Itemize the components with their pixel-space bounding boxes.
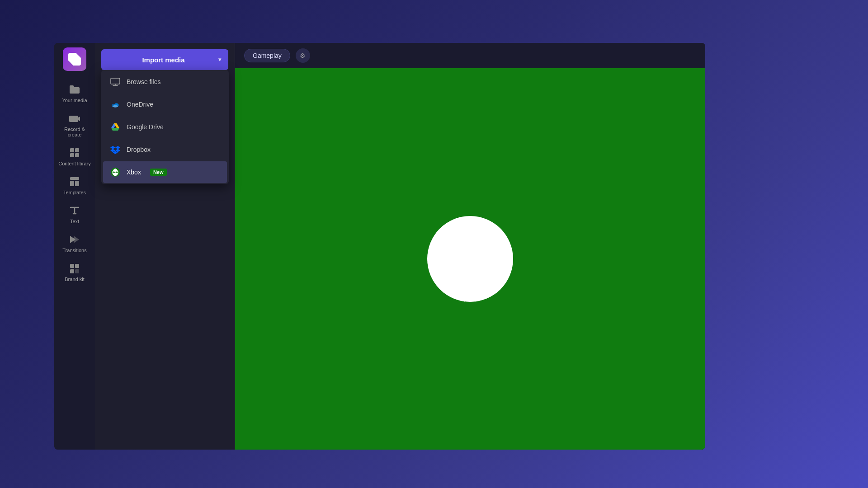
templates-icon [68, 175, 81, 188]
media-panel: Import media ▾ Browse files [95, 43, 235, 450]
sidebar-item-label-templates: Templates [63, 190, 86, 195]
sidebar-item-your-media[interactable]: Your media [57, 80, 93, 107]
sidebar-item-text[interactable]: Text [57, 201, 93, 228]
chevron-down-icon: ▾ [218, 56, 221, 63]
sidebar-item-label-your-media: Your media [62, 98, 87, 103]
app-logo [63, 47, 86, 71]
settings-icon-button[interactable]: ⚙ [296, 48, 310, 63]
brand-icon [68, 262, 81, 275]
svg-rect-7 [75, 181, 79, 186]
dropbox-item[interactable]: Dropbox [103, 139, 227, 160]
sidebar: Your media Record & create Content l [54, 43, 95, 450]
google-drive-label: Google Drive [127, 123, 164, 131]
import-dropdown-menu: Browse files OneDrive [101, 70, 229, 184]
import-media-button[interactable]: Import media ▾ [101, 49, 228, 70]
svg-rect-3 [70, 153, 74, 157]
grid-icon [68, 146, 81, 159]
svg-rect-12 [70, 264, 74, 268]
google-drive-icon [110, 122, 120, 132]
sidebar-item-label-transitions: Transitions [62, 248, 86, 253]
sidebar-item-label-content: Content library [58, 161, 91, 166]
camera-icon [68, 112, 81, 125]
import-button-label: Import media [108, 56, 218, 64]
svg-rect-4 [75, 153, 79, 157]
browse-files-item[interactable]: Browse files [103, 71, 227, 93]
sidebar-item-label-record: Record & create [58, 127, 91, 137]
svg-rect-13 [75, 269, 79, 273]
xbox-icon [110, 167, 120, 177]
main-preview-area [235, 68, 705, 450]
svg-rect-2 [75, 148, 79, 152]
sidebar-item-transitions[interactable]: Transitions [57, 230, 93, 257]
sidebar-item-label-text: Text [70, 219, 79, 224]
sidebar-item-brand-kit[interactable]: Brand kit [57, 258, 93, 286]
logo-shape [68, 53, 81, 66]
svg-marker-9 [74, 236, 79, 243]
sidebar-item-templates[interactable]: Templates [57, 172, 93, 199]
xbox-logo-image [425, 214, 515, 304]
svg-rect-6 [70, 181, 74, 186]
xbox-new-badge: New [150, 169, 167, 176]
dropbox-icon [110, 145, 120, 155]
svg-rect-10 [70, 269, 74, 273]
svg-point-17 [113, 105, 118, 108]
main-header: Gameplay ⚙ [235, 43, 705, 68]
google-drive-item[interactable]: Google Drive [103, 116, 227, 138]
text-icon [68, 204, 81, 217]
xbox-item[interactable]: Xbox New [103, 161, 227, 183]
app-container: Your media Record & create Content l [54, 43, 705, 450]
sidebar-item-content-library[interactable]: Content library [57, 143, 93, 170]
sidebar-item-label-brand: Brand kit [65, 277, 84, 282]
svg-rect-0 [69, 116, 78, 122]
onedrive-label: OneDrive [127, 101, 153, 108]
main-content: Gameplay ⚙ [235, 43, 705, 450]
folder-icon [68, 83, 81, 96]
svg-rect-14 [111, 78, 120, 84]
svg-rect-1 [70, 148, 74, 152]
transitions-icon [68, 233, 81, 246]
browse-files-label: Browse files [127, 78, 160, 85]
gameplay-tab[interactable]: Gameplay [244, 49, 290, 62]
svg-rect-5 [70, 177, 79, 180]
onedrive-item[interactable]: OneDrive [103, 94, 227, 115]
settings-icon: ⚙ [300, 52, 306, 59]
sidebar-item-record-create[interactable]: Record & create [57, 108, 93, 141]
monitor-icon [110, 77, 120, 87]
xbox-label: Xbox [127, 169, 141, 176]
svg-rect-11 [75, 264, 79, 268]
onedrive-icon [110, 99, 120, 109]
import-btn-container: Import media ▾ Browse files [95, 43, 235, 76]
dropbox-label: Dropbox [127, 146, 151, 153]
